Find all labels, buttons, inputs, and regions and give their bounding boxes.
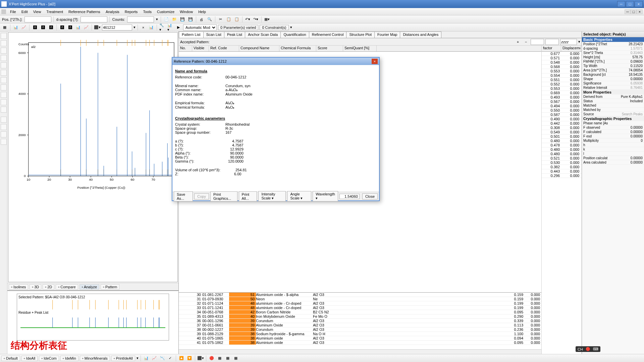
prop-row[interactable]: F observed0.00000 bbox=[582, 125, 644, 130]
sf-row[interactable]: 0.4430.000 bbox=[542, 169, 582, 174]
tab-scan-list[interactable]: Scan List bbox=[203, 32, 224, 38]
sf-row[interactable]: 0.5670.000 bbox=[542, 100, 582, 104]
dropdown-icon[interactable]: ▾ bbox=[290, 25, 292, 29]
add-pattern-button[interactable]: + bbox=[515, 39, 521, 45]
col-chemical-formula[interactable]: Chemical Formula bbox=[279, 46, 316, 51]
mdi-maximize-button[interactable]: □ bbox=[631, 9, 637, 14]
mode-select[interactable]: Automatic Mode bbox=[183, 24, 217, 31]
menu-reference-patterns[interactable]: Reference Patterns bbox=[66, 9, 103, 14]
sf-row[interactable]: 0.4930.000 bbox=[542, 95, 582, 100]
tab-pattern-list[interactable]: Pattern List bbox=[179, 32, 204, 38]
tb2-btn-4[interactable]: 🅰 bbox=[32, 24, 38, 31]
chart-tab-compare[interactable]: ▫ Compare bbox=[56, 284, 78, 290]
menu-analysis[interactable]: Analysis bbox=[103, 9, 122, 14]
sf-row[interactable]: 0.5530.000 bbox=[542, 69, 582, 73]
sf-row[interactable]: 0.5500.000 bbox=[542, 108, 582, 113]
chart-tab-isolines[interactable]: ▫ Isolines bbox=[9, 284, 28, 290]
bt-btn-4[interactable]: ✓ bbox=[167, 355, 174, 362]
counts-input[interactable] bbox=[127, 16, 154, 22]
col-no-[interactable]: No. bbox=[179, 46, 192, 51]
maximize-button[interactable]: □ bbox=[626, 1, 634, 7]
filter-input-1[interactable] bbox=[531, 39, 544, 45]
candidate-row[interactable]: 3901-088-212938Sodium hydroxide - $-gamm… bbox=[179, 332, 541, 336]
prop-row[interactable]: d-spacing1.57071 bbox=[582, 46, 644, 51]
prop-row[interactable]: Area calculated0.00000 bbox=[582, 160, 644, 165]
sf-row[interactable]: 0.5510.000 bbox=[542, 78, 582, 82]
layout-minorminerals[interactable]: ▫ MinorMinerals bbox=[80, 356, 110, 361]
prop-row[interactable]: Position [°2Thet28.21423 bbox=[582, 42, 644, 46]
tb2-btn-6[interactable]: 🅰 bbox=[48, 24, 54, 31]
prop-row[interactable]: StatusIncluded bbox=[582, 99, 644, 103]
tb-btn-9[interactable]: 📋 bbox=[233, 16, 240, 23]
sf-row[interactable]: 0.3820.000 bbox=[542, 165, 582, 169]
layout-default[interactable]: ▫ Default bbox=[1, 356, 20, 361]
save-as-button[interactable]: Save As... bbox=[174, 191, 193, 201]
vtool-5[interactable] bbox=[1, 62, 7, 68]
tb2-btn-12[interactable]: × bbox=[140, 24, 147, 31]
sf-row[interactable]: 0.5300.000 bbox=[542, 161, 582, 165]
bt-btn-3[interactable]: 📉 bbox=[159, 355, 166, 362]
tb-btn-2[interactable]: 📁 bbox=[171, 16, 178, 23]
candidate-row[interactable]: 3301-071-124148aluminium oxide - Cr-dope… bbox=[179, 306, 541, 310]
tb2-btn-1[interactable]: ▦ bbox=[1, 24, 8, 31]
bt-btn-8[interactable]: 🔴 bbox=[208, 355, 215, 362]
tab-distances-and-angles[interactable]: Distances and Angles bbox=[400, 32, 441, 38]
candidate-row[interactable]: 3101-079-093050NeonNe0.1590.000 bbox=[179, 297, 541, 301]
tb-btn-3[interactable]: 💾 bbox=[179, 16, 186, 23]
chart-tab-2d[interactable]: ▫ 2D bbox=[43, 284, 54, 290]
vtool-1[interactable] bbox=[1, 33, 7, 39]
menu-help[interactable]: Help bbox=[196, 9, 209, 14]
layout-printideall[interactable]: ▫ PrintIdeAll bbox=[111, 356, 135, 361]
undo-button[interactable]: ↶▾ bbox=[245, 16, 251, 23]
prop-row[interactable]: Multiplicity0 bbox=[582, 138, 644, 143]
prop-row[interactable]: Height [cts]578.75 bbox=[582, 55, 644, 59]
vtool-15[interactable] bbox=[1, 139, 7, 145]
chart-tab-pattern[interactable]: ▫ Pattern bbox=[101, 284, 119, 290]
sf-row[interactable]: 0.4780.000 bbox=[542, 143, 582, 147]
mdi-close-button[interactable]: × bbox=[637, 9, 643, 14]
vtool-11[interactable] bbox=[1, 107, 7, 113]
sf-col-2[interactable]: Displacement [°2... bbox=[561, 46, 581, 51]
vtool-3[interactable] bbox=[1, 48, 7, 54]
sf-row[interactable]: 0.5010.000 bbox=[542, 134, 582, 139]
vtool-12[interactable] bbox=[1, 117, 7, 123]
sf-row[interactable]: 0.4800.000 bbox=[542, 139, 582, 143]
menu-view[interactable]: View bbox=[31, 9, 44, 14]
wavelength-select[interactable]: Wavelength ▾ bbox=[313, 191, 338, 201]
filter-input-2[interactable] bbox=[545, 39, 559, 45]
section-basic[interactable]: Basic Properties bbox=[582, 37, 644, 42]
tb2-btn-2[interactable]: 📊 bbox=[12, 24, 19, 31]
chart-tab-analyze[interactable]: ▫ Analyze bbox=[79, 284, 99, 290]
close-button[interactable]: × bbox=[635, 1, 643, 7]
sf-row[interactable]: 0.5210.000 bbox=[542, 156, 582, 161]
horizontal-scrollbar[interactable] bbox=[179, 349, 541, 354]
prop-row[interactable]: Significance6.05938 bbox=[582, 81, 644, 85]
vtool-9[interactable] bbox=[1, 92, 7, 98]
prop-row[interactable]: Area [cts*°2Th.]74.08054 bbox=[582, 68, 644, 72]
prop-row[interactable]: Relative Intensit8.76481 bbox=[582, 85, 644, 90]
section-cryst[interactable]: Crystallographic Properties bbox=[582, 116, 644, 121]
chart-tab-3d[interactable]: ▫ 3D bbox=[30, 284, 41, 290]
vtool-14[interactable] bbox=[1, 131, 7, 137]
tb2-btn-9[interactable]: 📊 bbox=[75, 24, 82, 31]
bt-btn-9[interactable]: ▦ bbox=[216, 355, 223, 362]
tb2-btn-15[interactable]: 📊▾ bbox=[167, 24, 174, 31]
vtool-10[interactable] bbox=[1, 99, 7, 105]
vtool-2[interactable] bbox=[1, 40, 7, 46]
tb2-btn-5[interactable]: 🅰 bbox=[40, 24, 46, 31]
prop-row[interactable]: Matched by bbox=[582, 108, 644, 112]
prop-row[interactable]: Position calculat0.00000 bbox=[582, 156, 644, 160]
tb2-btn-7[interactable]: 🅰 bbox=[59, 24, 65, 31]
menu-tools[interactable]: Tools bbox=[140, 9, 154, 14]
sf-row[interactable]: 0.4800.000 bbox=[542, 147, 582, 152]
dspacing-input[interactable] bbox=[80, 16, 107, 22]
tab-quantification[interactable]: Quantification bbox=[280, 32, 309, 38]
prop-row[interactable]: Derived fromPure K-Alpha1 bbox=[582, 95, 644, 99]
bt-btn-7[interactable]: ⬛▾ bbox=[197, 355, 204, 362]
wavelength-input[interactable] bbox=[339, 194, 360, 199]
bt-btn-6[interactable]: 🔽 bbox=[186, 355, 193, 362]
constraints-pill[interactable]: 0 Constraint(s) bbox=[260, 25, 288, 30]
minimize-button[interactable]: ─ bbox=[617, 1, 625, 7]
tab-refinement-control[interactable]: Refinement Control bbox=[309, 32, 347, 38]
candidates-grid[interactable]: 3001-081-226751Aluminium oxide - $-alpha… bbox=[179, 292, 541, 349]
